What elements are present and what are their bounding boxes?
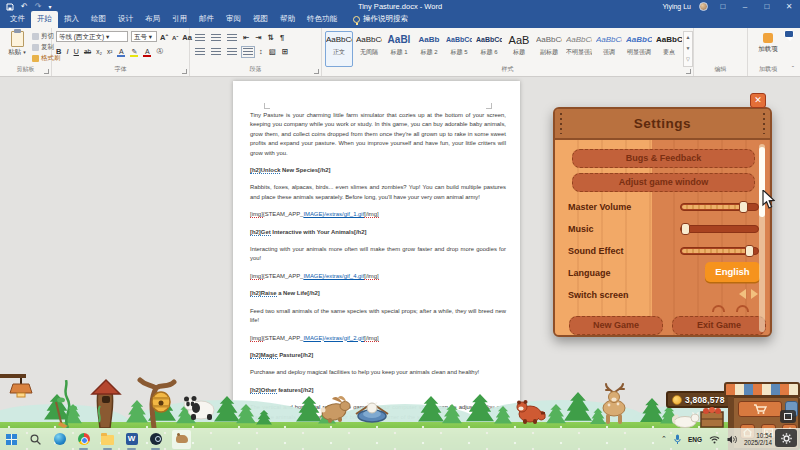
bold-button[interactable]: B — [56, 47, 61, 56]
sound-effect-slider[interactable] — [680, 247, 759, 255]
switch-screen-right-arrow[interactable] — [751, 289, 758, 299]
taskbar-tiny-pasture-button[interactable] — [172, 430, 191, 449]
document-page[interactable]: Tiny Pasture is your charming little far… — [233, 81, 520, 450]
maximize-button[interactable]: □ — [760, 2, 774, 11]
shop-button[interactable] — [738, 401, 782, 417]
subscript-button[interactable]: x₂ — [96, 48, 102, 55]
taskbar-explorer-button[interactable] — [100, 432, 115, 447]
bullets-icon[interactable] — [195, 34, 205, 42]
numbering-icon[interactable] — [211, 34, 221, 42]
font-dialog-launcher[interactable] — [182, 69, 187, 74]
font-size-buttons[interactable]: AˆAˇAa — [160, 33, 192, 42]
underline-button[interactable]: U — [74, 47, 79, 56]
account-name[interactable]: Yiying Lu — [662, 3, 691, 10]
strikethrough-button[interactable]: ab — [84, 48, 91, 55]
style-heading5[interactable]: AaBbCcL标题 5 — [445, 31, 473, 67]
style-normal[interactable]: AaBbCcD正文 — [325, 31, 353, 67]
style-intense-emphasis[interactable]: AaBbCcD明显强调 — [625, 31, 653, 67]
music-slider[interactable] — [680, 225, 759, 233]
sort-icon[interactable]: ⇅ — [268, 33, 274, 42]
wifi-icon[interactable] — [709, 435, 720, 444]
slider-knob[interactable] — [681, 223, 690, 235]
tab-home[interactable]: 开始 — [31, 11, 58, 28]
hidden-icons-chevron[interactable]: ⌃ — [661, 435, 667, 443]
justify-icon[interactable] — [243, 48, 253, 56]
style-title[interactable]: AaB标题 — [505, 31, 533, 67]
switch-screen-left-arrow[interactable] — [739, 289, 746, 299]
multilevel-list-icon[interactable] — [227, 34, 237, 42]
tab-view[interactable]: 视图 — [247, 11, 274, 28]
document-text[interactable]: Tiny Pasture is your charming little far… — [250, 111, 506, 450]
style-subtitle[interactable]: AaBbCc副标题 — [535, 31, 563, 67]
game-mini-window-button[interactable] — [780, 410, 796, 423]
qat-customize-icon[interactable]: ▾ — [48, 3, 51, 10]
adjust-window-button[interactable]: Adjust game window — [572, 173, 755, 192]
tab-special-features[interactable]: 特色功能 — [301, 11, 343, 28]
tab-review[interactable]: 审阅 — [220, 11, 247, 28]
comments-icon[interactable] — [784, 30, 794, 38]
styles-gallery-scroll[interactable]: ▲▼▽ — [683, 31, 693, 67]
copy-button[interactable]: 复制 — [32, 43, 54, 52]
clipboard-dialog-launcher[interactable] — [44, 69, 49, 74]
taskbar-chrome-button[interactable] — [76, 432, 91, 447]
style-strong[interactable]: AaBbCcD要点 — [655, 31, 683, 67]
style-subtle-emphasis[interactable]: AaBbCcD不明显强调 — [565, 31, 593, 67]
tab-design[interactable]: 设计 — [112, 11, 139, 28]
input-language-indicator[interactable]: ENG — [688, 436, 702, 443]
tab-draw[interactable]: 绘图 — [85, 11, 112, 28]
font-name-combobox[interactable]: 等线 (西文正文) ▾ — [56, 31, 128, 42]
hyperlink[interactable]: IMAGE}/extras/gif_4.gif — [303, 273, 364, 279]
addins-button[interactable]: 加载项 — [748, 33, 788, 54]
font-size-combobox[interactable]: 五号 ▾ — [131, 31, 157, 42]
taskbar-edge-button[interactable] — [52, 432, 67, 447]
style-no-spacing[interactable]: AaBbCcD无间隔 — [355, 31, 383, 67]
enclose-characters-icon[interactable]: Ⓐ — [156, 47, 163, 56]
hyperlink[interactable]: IMAGE}/extras/gif_1.gif — [303, 211, 364, 217]
volume-icon[interactable] — [727, 435, 737, 444]
style-heading1[interactable]: AaBl标题 1 — [385, 31, 413, 67]
ribbon-display-options-icon[interactable]: □ — [716, 2, 730, 11]
collapse-ribbon-icon[interactable]: ˆ — [792, 65, 794, 72]
tab-insert[interactable]: 插入 — [58, 11, 85, 28]
style-heading6[interactable]: AaBbCcD标题 6 — [475, 31, 503, 67]
font-format-buttons[interactable]: B I U ab x₂ x² A ✎ A Ⓐ — [56, 47, 163, 56]
master-volume-slider[interactable] — [680, 203, 759, 211]
superscript-button[interactable]: x² — [107, 48, 112, 55]
borders-icon[interactable]: ⊞ — [282, 47, 288, 56]
text-effects-icon[interactable]: A — [117, 48, 125, 56]
tab-help[interactable]: 帮助 — [274, 11, 301, 28]
taskbar-steam-button[interactable] — [148, 432, 163, 447]
slider-knob[interactable] — [745, 245, 754, 257]
tell-me-search[interactable]: 操作说明搜索 — [343, 11, 414, 28]
hyperlink[interactable]: IMAGE}/extras/gif_2.gif — [303, 335, 364, 341]
align-center-icon[interactable] — [211, 48, 221, 56]
italic-button[interactable]: I — [66, 47, 68, 56]
taskbar-word-button[interactable]: W — [124, 432, 139, 447]
exit-game-button[interactable]: Exit Game — [672, 316, 766, 335]
redo-icon[interactable]: ↷ — [35, 2, 42, 11]
settings-header[interactable]: Settings — [555, 109, 770, 140]
tab-mailings[interactable]: 邮件 — [193, 11, 220, 28]
tab-references[interactable]: 引用 — [166, 11, 193, 28]
increase-indent-icon[interactable]: ⇥ — [255, 33, 261, 42]
close-button[interactable]: ✕ — [782, 2, 796, 11]
cut-button[interactable]: 剪切 — [32, 32, 54, 41]
shading-icon[interactable]: ▧ — [269, 47, 276, 56]
settings-scrollbar[interactable] — [759, 144, 765, 332]
bugs-feedback-button[interactable]: Bugs & Feedback — [572, 149, 755, 168]
slider-knob[interactable] — [739, 201, 748, 213]
font-color-icon[interactable]: A — [143, 48, 151, 56]
undo-icon[interactable]: ↶ — [21, 2, 28, 11]
style-emphasis[interactable]: AaBbCcD强调 — [595, 31, 623, 67]
new-game-button[interactable]: New Game — [569, 316, 663, 335]
game-corner-settings-button[interactable] — [775, 429, 797, 447]
show-marks-icon[interactable]: ¶ — [280, 33, 284, 42]
styles-dialog-launcher[interactable] — [686, 69, 691, 74]
microphone-icon[interactable] — [674, 434, 681, 444]
settings-close-button[interactable]: ✕ — [750, 93, 766, 108]
language-button[interactable]: English — [705, 262, 760, 282]
tab-layout[interactable]: 布局 — [139, 11, 166, 28]
line-spacing-icon[interactable]: ↕ — [259, 47, 263, 56]
minimize-button[interactable]: – — [738, 2, 752, 11]
tab-file[interactable]: 文件 — [4, 11, 31, 28]
